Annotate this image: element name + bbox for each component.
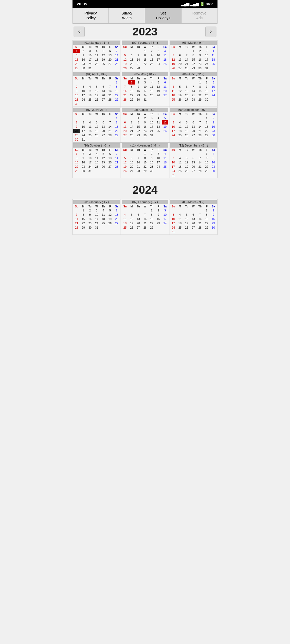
- day-cell-2[interactable]: 2: [210, 208, 217, 213]
- day-cell-7[interactable]: 7: [113, 49, 120, 53]
- day-cell-29[interactable]: 29: [80, 225, 87, 230]
- day-cell-9[interactable]: 9: [80, 53, 87, 57]
- day-cell-16[interactable]: 16: [155, 217, 162, 221]
- day-cell-24[interactable]: 24: [155, 62, 162, 66]
- day-cell-13[interactable]: 13: [162, 85, 168, 89]
- day-cell-12[interactable]: 12: [162, 120, 168, 125]
- day-cell-21[interactable]: 21: [183, 62, 190, 66]
- day-cell-10[interactable]: 10: [170, 217, 177, 221]
- day-cell-18[interactable]: 18: [122, 221, 128, 225]
- day-cell-24[interactable]: 24: [80, 133, 87, 137]
- day-cell-7[interactable]: 7: [135, 156, 142, 160]
- day-cell-30[interactable]: 30: [210, 225, 217, 230]
- day-cell-2[interactable]: 2: [135, 80, 142, 85]
- day-cell-10[interactable]: 10: [87, 53, 93, 57]
- day-cell-20[interactable]: 20: [128, 164, 135, 169]
- day-cell-17[interactable]: 17: [87, 160, 93, 164]
- day-cell-1[interactable]: 1: [80, 208, 87, 213]
- day-cell-20[interactable]: 20: [100, 93, 107, 97]
- day-cell-24[interactable]: 24: [155, 164, 162, 169]
- day-cell-9[interactable]: 9: [203, 85, 210, 89]
- day-cell-2[interactable]: 2: [148, 152, 155, 156]
- day-cell-14[interactable]: 14: [107, 125, 113, 129]
- day-cell-28[interactable]: 28: [197, 225, 203, 230]
- day-cell-9[interactable]: 9: [148, 53, 155, 57]
- day-cell-7[interactable]: 7: [128, 120, 135, 125]
- day-cell-4[interactable]: 4: [148, 80, 155, 85]
- day-cell-26[interactable]: 26: [162, 129, 168, 133]
- day-cell-19[interactable]: 19: [93, 93, 100, 97]
- day-cell-7[interactable]: 7: [142, 213, 148, 217]
- day-cell-25[interactable]: 25: [148, 93, 155, 97]
- day-cell-1[interactable]: 1: [113, 116, 120, 120]
- day-cell-7[interactable]: 7: [197, 120, 203, 125]
- day-cell-11[interactable]: 11: [122, 217, 128, 221]
- day-cell-13[interactable]: 13: [128, 160, 135, 164]
- day-cell-28[interactable]: 28: [113, 164, 120, 169]
- day-cell-14[interactable]: 14: [183, 57, 190, 62]
- day-cell-18[interactable]: 18: [87, 93, 93, 97]
- day-cell-26[interactable]: 26: [128, 225, 135, 230]
- day-cell-27[interactable]: 27: [128, 66, 135, 70]
- day-cell-14[interactable]: 14: [190, 89, 197, 93]
- day-cell-15[interactable]: 15: [142, 57, 148, 62]
- day-cell-27[interactable]: 27: [122, 133, 128, 137]
- day-cell-5[interactable]: 5: [93, 85, 100, 89]
- day-cell-7[interactable]: 7: [197, 213, 203, 217]
- day-cell-16[interactable]: 16: [73, 93, 80, 97]
- day-cell-3[interactable]: 3: [162, 208, 168, 213]
- day-cell-9[interactable]: 9: [210, 213, 217, 217]
- day-cell-16[interactable]: 16: [142, 125, 148, 129]
- day-cell-13[interactable]: 13: [190, 217, 197, 221]
- day-cell-28[interactable]: 28: [197, 169, 203, 173]
- day-cell-27[interactable]: 27: [190, 169, 197, 173]
- day-cell-18[interactable]: 18: [162, 57, 168, 62]
- day-cell-28[interactable]: 28: [142, 225, 148, 230]
- day-cell-29[interactable]: 29: [148, 225, 155, 230]
- day-cell-12[interactable]: 12: [183, 125, 190, 129]
- day-cell-11[interactable]: 11: [177, 125, 183, 129]
- day-cell-30[interactable]: 30: [80, 66, 87, 70]
- day-cell-4[interactable]: 4: [177, 120, 183, 125]
- day-cell-20[interactable]: 20: [100, 129, 107, 133]
- day-cell-31[interactable]: 31: [87, 66, 93, 70]
- day-cell-25[interactable]: 25: [170, 97, 177, 102]
- day-cell-8[interactable]: 8: [203, 120, 210, 125]
- day-cell-14[interactable]: 14: [122, 89, 128, 93]
- day-cell-16[interactable]: 16: [135, 89, 142, 93]
- day-cell-28[interactable]: 28: [107, 133, 113, 137]
- day-cell-20[interactable]: 20: [135, 221, 142, 225]
- set-holidays-button[interactable]: SetHolidays: [145, 8, 181, 23]
- day-cell-30[interactable]: 30: [210, 133, 217, 137]
- day-cell-23[interactable]: 23: [148, 164, 155, 169]
- day-cell-23[interactable]: 23: [80, 62, 87, 66]
- day-cell-3[interactable]: 3: [87, 152, 93, 156]
- day-cell-1[interactable]: 1: [203, 152, 210, 156]
- day-cell-14[interactable]: 14: [135, 160, 142, 164]
- day-cell-29[interactable]: 29: [203, 133, 210, 137]
- day-cell-11[interactable]: 11: [87, 89, 93, 93]
- day-cell-14[interactable]: 14: [197, 125, 203, 129]
- day-cell-6[interactable]: 6: [177, 53, 183, 57]
- day-cell-19[interactable]: 19: [122, 164, 128, 169]
- day-cell-12[interactable]: 12: [122, 57, 128, 62]
- day-cell-8[interactable]: 8: [203, 213, 210, 217]
- day-cell-25[interactable]: 25: [87, 133, 93, 137]
- day-cell-30[interactable]: 30: [197, 66, 203, 70]
- day-cell-8[interactable]: 8: [73, 53, 80, 57]
- day-cell-2[interactable]: 2: [80, 49, 87, 53]
- day-cell-5[interactable]: 5: [183, 120, 190, 125]
- prev-year-button[interactable]: <: [74, 27, 85, 37]
- day-cell-22[interactable]: 22: [203, 164, 210, 169]
- day-cell-6[interactable]: 6: [135, 213, 142, 217]
- day-cell-25[interactable]: 25: [162, 62, 168, 66]
- day-cell-26[interactable]: 26: [93, 97, 100, 102]
- day-cell-20[interactable]: 20: [113, 217, 120, 221]
- day-cell-12[interactable]: 12: [177, 89, 183, 93]
- day-cell-27[interactable]: 27: [190, 133, 197, 137]
- day-cell-27[interactable]: 27: [100, 97, 107, 102]
- day-cell-14[interactable]: 14: [197, 217, 203, 221]
- day-cell-9[interactable]: 9: [155, 213, 162, 217]
- day-cell-30[interactable]: 30: [203, 97, 210, 102]
- day-cell-8[interactable]: 8: [190, 53, 197, 57]
